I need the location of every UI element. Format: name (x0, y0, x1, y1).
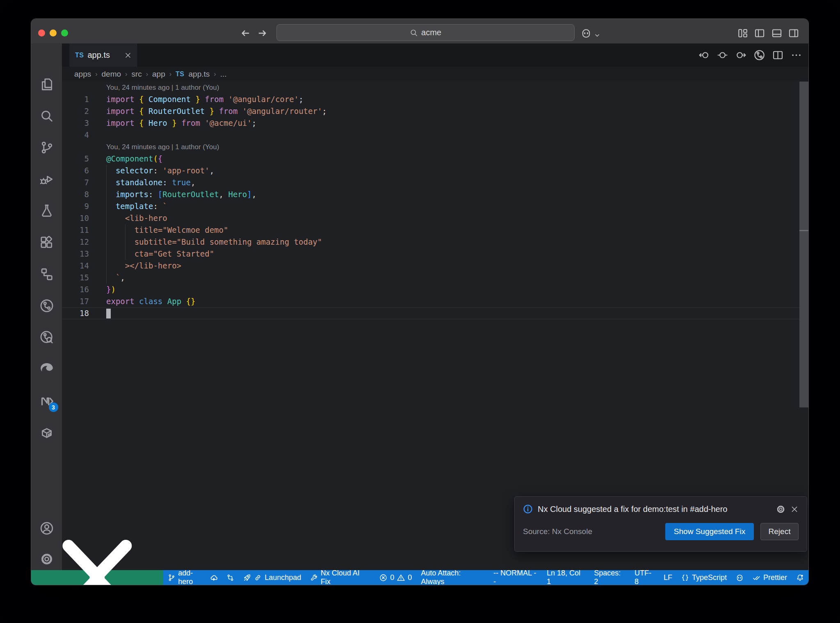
status-item-branch[interactable]: add-hero (163, 570, 222, 585)
line-number: 17 (62, 296, 89, 307)
chevron-down-icon[interactable] (594, 30, 600, 41)
cloud-upload-icon (210, 574, 218, 582)
status-item-vim-mode[interactable]: -- NORMAL -- (489, 570, 542, 585)
breadcrumb-item-app[interactable]: app (152, 70, 165, 79)
code-line-17[interactable]: 17export class App {} (62, 296, 799, 307)
breadcrumb-item-apps[interactable]: apps (74, 70, 91, 79)
status-item-notifications[interactable] (792, 570, 808, 585)
activity-bar-item-run-debug[interactable] (39, 171, 55, 187)
breadcrumb-item-symbol[interactable]: ... (220, 70, 227, 79)
more-actions-icon[interactable] (791, 50, 802, 61)
git-compare-icon (226, 574, 234, 582)
activity-bar-item-project-graph[interactable] (39, 266, 55, 282)
gitlens-inspect-icon (40, 330, 54, 344)
line-number: 11 (62, 224, 89, 236)
code-line-15[interactable]: 15 `, (62, 272, 799, 284)
command-center-search[interactable]: acme (276, 24, 575, 41)
code-line-5[interactable]: 5@Component({ (62, 153, 799, 165)
breadcrumb-item-src[interactable]: src (131, 70, 142, 79)
line-number: 18 (62, 307, 89, 319)
status-item-problems[interactable]: 00 (375, 570, 416, 585)
code-line-7[interactable]: 7 standalone: true, (62, 177, 799, 189)
status-item-remote[interactable] (31, 570, 163, 585)
status-item-launchpad[interactable]: Launchpad (239, 570, 306, 585)
activity-bar-item-gitlens-inspect[interactable] (39, 329, 55, 346)
code-line-13[interactable]: 13 cta="Get Started" (62, 248, 799, 260)
toggle-secondary-sidebar-icon[interactable] (788, 28, 799, 39)
breadcrumb-item-file[interactable]: app.ts (189, 70, 210, 79)
code-line-3[interactable]: 3import { Hero } from '@acme/ui'; (62, 117, 799, 129)
status-label: 0 (390, 573, 394, 582)
nav-dot-icon[interactable] (717, 50, 728, 61)
code-line-2[interactable]: 2import { RouterOutlet } from '@angular/… (62, 105, 799, 117)
code-line-14[interactable]: 14 ></lib-hero> (62, 260, 799, 272)
notification-settings-icon[interactable] (776, 505, 785, 514)
toggle-primary-sidebar-icon[interactable] (754, 28, 765, 39)
status-item-git-compare[interactable] (222, 570, 239, 585)
reject-button[interactable]: Reject (760, 523, 799, 540)
activity-bar-item-testing[interactable] (39, 202, 55, 219)
code-line-10[interactable]: 10 <lib-hero (62, 212, 799, 224)
status-item-nx-cloud-ai-fix[interactable]: Nx Cloud AI Fix (306, 570, 375, 585)
copilot-icon (736, 574, 744, 582)
activity-bar-item-containers[interactable] (39, 425, 55, 441)
status-item-auto-attach[interactable]: Auto Attach: Always (416, 570, 489, 585)
status-label: Launchpad (265, 573, 301, 582)
code-line-12[interactable]: 12 subtitle="Build something amazing tod… (62, 236, 799, 248)
status-label: Nx Cloud AI Fix (321, 569, 370, 585)
activity-bar-item-nx-console[interactable]: 3 (39, 393, 55, 409)
activity-bar-item-explorer[interactable] (39, 76, 55, 93)
code-line-9[interactable]: 9 template: ` (62, 200, 799, 212)
navigate-forward-icon[interactable] (257, 28, 268, 39)
status-item-copilot[interactable] (731, 570, 748, 585)
scrollbar-thumb[interactable] (799, 82, 808, 407)
minimize-window-button[interactable] (50, 30, 57, 36)
activity-bar-item-gitlens[interactable] (39, 298, 55, 314)
close-tab-icon[interactable] (124, 52, 132, 59)
status-item-eol[interactable]: LF (659, 570, 677, 585)
status-label: Auto Attach: Always (421, 569, 484, 585)
activity-bar: 3 (31, 43, 62, 570)
code-line-16[interactable]: 16}) (62, 284, 799, 296)
code-line-6[interactable]: 6 selector: 'app-root', (62, 165, 799, 177)
search-icon (40, 109, 54, 123)
toggle-panel-icon[interactable] (772, 28, 782, 39)
nav-back-icon[interactable] (698, 50, 710, 61)
split-editor-icon[interactable] (772, 50, 783, 61)
status-item-language[interactable]: TypeScript (677, 570, 731, 585)
status-item-formatter[interactable]: Prettier (748, 570, 792, 585)
zoom-window-button[interactable] (61, 30, 68, 36)
code-line-1[interactable]: 1import { Component } from '@angular/cor… (62, 93, 799, 105)
line-number: 7 (62, 177, 89, 189)
nav-forward-icon[interactable] (735, 50, 746, 61)
code-line-18[interactable]: 18 (62, 307, 799, 319)
code-text: ></lib-hero> (106, 260, 181, 272)
activity-bar-item-extensions[interactable] (39, 234, 55, 251)
customize-layout-icon[interactable] (737, 28, 748, 39)
status-item-cursor-position[interactable]: Ln 18, Col 1 (542, 570, 589, 585)
activity-bar-item-source-control[interactable] (39, 139, 55, 156)
activity-bar-item-search[interactable] (39, 108, 55, 124)
notification-close-icon[interactable] (790, 505, 799, 514)
code-line-8[interactable]: 8 imports: [RouterOutlet, Hero], (62, 189, 799, 200)
status-item-encoding[interactable]: UTF-8 (630, 570, 659, 585)
close-window-button[interactable] (38, 30, 45, 36)
breadcrumb-separator: › (214, 70, 216, 78)
code-line-4[interactable]: 4 (62, 129, 799, 141)
code-text: subtitle="Build something amazing today" (106, 236, 322, 248)
activity-bar-item-edge-tools[interactable] (39, 361, 55, 377)
title-bar: acme (31, 19, 808, 43)
tab-app-ts[interactable]: TS app.ts (69, 43, 138, 67)
show-suggested-fix-button[interactable]: Show Suggested Fix (665, 523, 754, 540)
status-item-indentation[interactable]: Spaces: 2 (589, 570, 630, 585)
code-text: import { Component } from '@angular/core… (106, 93, 304, 105)
line-number: 2 (62, 105, 89, 117)
line-number: 3 (62, 117, 89, 129)
navigate-back-icon[interactable] (240, 28, 251, 39)
gitlens-graph-icon[interactable] (754, 50, 765, 61)
git-branch-icon (168, 574, 176, 582)
copilot-menu-icon[interactable] (581, 28, 591, 39)
breadcrumb-item-demo[interactable]: demo (102, 70, 121, 79)
status-label: 0 (408, 573, 412, 582)
code-line-11[interactable]: 11 title="Welcmoe demo" (62, 224, 799, 236)
